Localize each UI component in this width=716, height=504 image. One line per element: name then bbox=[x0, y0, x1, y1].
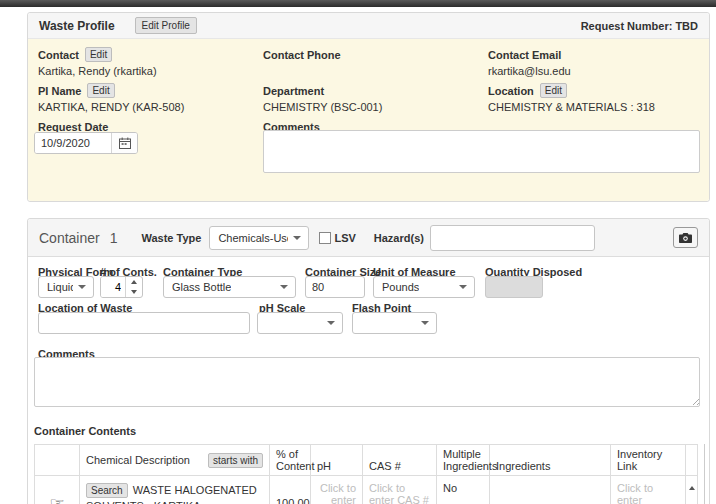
contact-value: Kartika, Rendy (rkartika) bbox=[38, 65, 157, 77]
department-value: CHEMISTRY (BSC-001) bbox=[263, 101, 382, 113]
stepper-up-button[interactable] bbox=[126, 277, 142, 287]
chevron-down-icon bbox=[293, 236, 301, 240]
table-header-row: Chemical Description starts with % of Co… bbox=[35, 445, 698, 476]
chevron-down-icon bbox=[459, 285, 467, 289]
request-date-input[interactable] bbox=[35, 133, 111, 153]
request-date-group bbox=[34, 132, 138, 154]
column-header-selector bbox=[35, 445, 80, 476]
contact-label: Contact bbox=[38, 49, 79, 61]
container-comments-textarea[interactable] bbox=[34, 357, 700, 407]
location-edit-button[interactable]: Edit bbox=[540, 83, 567, 98]
waste-type-label: Waste Type bbox=[142, 232, 202, 244]
container-size-input[interactable] bbox=[305, 276, 365, 298]
unit-of-measure-select[interactable]: Pounds bbox=[373, 276, 475, 298]
column-header-percent-of-content: % of Content bbox=[270, 445, 311, 476]
contact-phone-label: Contact Phone bbox=[263, 49, 341, 61]
point-right-icon: ☞ bbox=[49, 494, 64, 504]
container-contents-table: Chemical Description starts with % of Co… bbox=[34, 444, 698, 504]
table-scrollbar[interactable] bbox=[686, 476, 698, 504]
request-date-label: Request Date bbox=[38, 121, 108, 133]
row-selector-cell[interactable]: ☞ bbox=[35, 476, 80, 504]
multiple-ingredients-cell[interactable]: No bbox=[437, 476, 490, 504]
request-number: Request Number: TBD bbox=[581, 20, 698, 32]
contact-email-field: Contact Email rkartika@lsu.edu bbox=[488, 47, 571, 77]
waste-profile-header: Waste Profile Edit Profile Request Numbe… bbox=[28, 13, 709, 39]
column-header-cas: CAS # bbox=[363, 445, 437, 476]
edit-profile-button[interactable]: Edit Profile bbox=[135, 17, 197, 34]
stepper-down-button[interactable] bbox=[126, 287, 142, 297]
chemical-description-cell[interactable]: SearchWASTE HALOGENATED SOLVENTS - KARTI… bbox=[80, 476, 270, 504]
starts-with-button[interactable]: starts with bbox=[208, 453, 263, 468]
pi-name-label: PI Name bbox=[38, 85, 81, 97]
waste-profile-body: Contact Edit Kartika, Rendy (rkartika) C… bbox=[28, 39, 709, 201]
column-header-chemical-description: Chemical Description starts with bbox=[80, 445, 270, 476]
hazards-label: Hazard(s) bbox=[374, 232, 424, 244]
triangle-up-icon bbox=[131, 280, 137, 284]
physical-form-value: Liquid bbox=[47, 281, 73, 293]
scroll-up-icon bbox=[689, 486, 695, 490]
location-field: Location Edit CHEMISTRY & MATERIALS : 31… bbox=[488, 83, 655, 113]
container-type-value: Glass Bottle bbox=[172, 281, 231, 293]
location-of-waste-input[interactable] bbox=[38, 312, 250, 334]
container-header: Container 1 Waste Type Chemicals-Used LS… bbox=[28, 219, 709, 257]
waste-type-select[interactable]: Chemicals-Used bbox=[209, 226, 309, 250]
calendar-button[interactable] bbox=[111, 133, 137, 153]
container-panel: Container 1 Waste Type Chemicals-Used LS… bbox=[27, 218, 710, 504]
camera-icon bbox=[679, 233, 692, 243]
num-conts-input[interactable] bbox=[101, 277, 125, 297]
waste-type-value: Chemicals-Used bbox=[218, 232, 288, 244]
container-title: Container 1 bbox=[39, 230, 118, 246]
department-field: Department CHEMISTRY (BSC-001) bbox=[263, 83, 382, 113]
container-type-select[interactable]: Glass Bottle bbox=[163, 276, 296, 298]
contact-edit-button[interactable]: Edit bbox=[85, 47, 112, 62]
location-label: Location bbox=[488, 85, 534, 97]
chevron-down-icon bbox=[78, 285, 86, 289]
inventory-link-cell[interactable]: Click to enter Inventory Link # bbox=[611, 476, 686, 504]
lsv-field: LSV bbox=[319, 232, 355, 244]
column-header-multiple-ingredients: Multiple Ingredients bbox=[437, 445, 490, 476]
chevron-down-icon bbox=[280, 285, 288, 289]
hazards-input[interactable] bbox=[430, 225, 595, 251]
chevron-down-icon bbox=[421, 321, 429, 325]
pi-name-value: KARTIKA, RENDY (KAR-508) bbox=[38, 101, 184, 113]
waste-profile-panel: Waste Profile Edit Profile Request Numbe… bbox=[27, 12, 710, 202]
contact-email-label: Contact Email bbox=[488, 49, 561, 61]
contact-phone-field: Contact Phone bbox=[263, 47, 341, 65]
pi-name-edit-button[interactable]: Edit bbox=[87, 83, 114, 98]
calendar-icon bbox=[119, 137, 131, 149]
container-contents-title: Container Contents bbox=[34, 425, 136, 437]
location-value: CHEMISTRY & MATERIALS : 318 bbox=[488, 101, 655, 113]
contact-email-value: rkartika@lsu.edu bbox=[488, 65, 571, 77]
unit-of-measure-value: Pounds bbox=[382, 281, 419, 293]
physical-form-select[interactable]: Liquid bbox=[38, 276, 94, 298]
profile-comments-textarea[interactable] bbox=[263, 130, 700, 173]
contact-field: Contact Edit Kartika, Rendy (rkartika) bbox=[38, 47, 157, 77]
chemical-description-header-label: Chemical Description bbox=[86, 454, 190, 466]
pi-name-field: PI Name Edit KARTIKA, RENDY (KAR-508) bbox=[38, 83, 184, 113]
chevron-down-icon bbox=[327, 321, 335, 325]
window-top-bar bbox=[0, 0, 716, 7]
table-row: ☞ SearchWASTE HALOGENATED SOLVENTS - KAR… bbox=[35, 476, 698, 504]
camera-button[interactable] bbox=[673, 227, 698, 248]
grid-outer-border bbox=[704, 444, 705, 504]
ph-cell[interactable]: Click to enter pH bbox=[311, 476, 363, 504]
department-label: Department bbox=[263, 85, 324, 97]
lsv-label: LSV bbox=[334, 232, 355, 244]
cas-cell[interactable]: Click to enter CAS # bbox=[363, 476, 437, 504]
flash-point-select[interactable] bbox=[352, 312, 437, 334]
search-button[interactable]: Search bbox=[86, 483, 128, 498]
lsv-checkbox[interactable] bbox=[319, 232, 331, 244]
column-header-ingredients: Ingredients bbox=[490, 445, 611, 476]
ingredients-cell bbox=[490, 476, 611, 504]
column-header-inventory-link: Inventory Link bbox=[611, 445, 686, 476]
container-body: Physical Form Liquid # of Conts. Contain… bbox=[28, 257, 709, 504]
waste-profile-title: Waste Profile bbox=[39, 19, 115, 33]
quantity-disposed-input bbox=[485, 276, 543, 298]
percent-of-content-cell[interactable]: 100.00 bbox=[270, 476, 311, 504]
triangle-down-icon bbox=[131, 290, 137, 294]
container-number: 1 bbox=[110, 230, 118, 246]
num-conts-stepper bbox=[100, 276, 143, 298]
ph-scale-select[interactable] bbox=[257, 312, 343, 334]
column-header-scrollbar-spacer bbox=[686, 445, 698, 476]
column-header-ph: pH bbox=[311, 445, 363, 476]
